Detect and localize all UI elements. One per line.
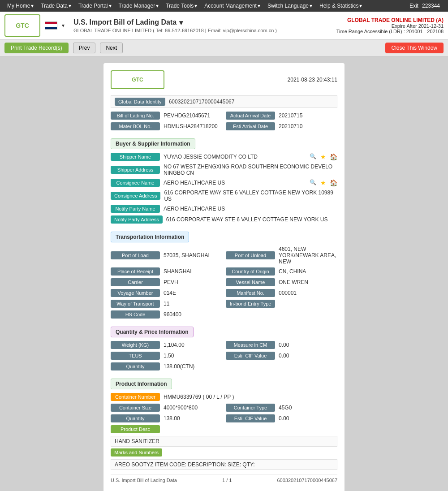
panel-header: GTC 2021-08-23 20:43:11 [111,70,337,89]
consignee-address-value: 616 CORPORATE WAY STE 6 VALLEY COTTAGE N… [164,190,337,202]
consignee-home-icon[interactable]: 🏠 [330,179,337,186]
esti-cif-label: Esti. CIF Value [226,352,275,360]
carrier-value: PEVH [164,279,222,285]
bol-no-value: PEVHDG21045671 [164,112,222,119]
receipt-origin-row: Place of Receipt SHANGHAI Country of Ori… [111,267,337,276]
master-bol-label: Mater BOL No. [111,122,160,130]
nav-exit[interactable]: Exit [406,0,422,12]
product-qty-cif-row: Quantity 138.00 Esti. CIF Value 0.00 [111,414,337,422]
bol-no-label: Bill of Lading No. [111,112,160,120]
quantity-price-section: Quantity & Price Information Weight (KG)… [111,321,337,370]
quantity-row: Quantity 138.00(CTN) [111,362,337,370]
measure-label: Measure in CM [226,341,275,349]
nav-account-management[interactable]: Account Management▾ [201,0,264,12]
header-right: GLOBAL TRADE ONLINE LIMITED (A) Expire A… [336,17,444,34]
port-unload-label: Port of Unload [226,251,275,259]
product-quantity-value: 138.00 [164,415,222,422]
global-data-identity-value: 6003202107170000445067 [169,99,333,105]
hs-code-label: HS Code [111,310,160,319]
actual-arrival-label: Actual Arrival Date [226,112,275,120]
carrier-label: Carrier [111,278,160,286]
port-load-value: 57035, SHANGHAI [164,252,222,258]
time-range: Time Range Accessible (LDR) : 201001 - 2… [336,29,444,34]
notify-party-address-label: Notify Party Address [111,215,163,224]
consignee-search-icon[interactable]: 🔍 [310,179,317,186]
global-data-identity-label: Global Data Identity [115,98,165,106]
measure-value: 0.00 [279,342,337,348]
top-navigation: My Home▾ Trade Data▾ Trade Portal▾ Trade… [0,0,448,12]
hs-code-row: HS Code 960400 [111,310,337,319]
hs-code-value: 960400 [164,311,337,318]
prev-button[interactable]: Prev [73,43,96,53]
transportation-header: Transportation Information [111,232,189,242]
close-window-button[interactable]: Close This Window [385,43,444,53]
notify-party-name-label: Notify Party Name [111,205,160,213]
company-name: GLOBAL TRADE ONLINE LIMITED (A) [336,17,444,23]
nav-trade-tools[interactable]: Trade Tools▾ [162,0,201,12]
way-inbond-row: Way of Transport 11 In-bond Entry Type [111,300,337,308]
shipper-search-icon[interactable]: 🔍 [310,153,317,160]
country-origin-label: Country of Origin [226,267,275,276]
shipper-star-icon[interactable]: ★ [320,153,326,160]
vessel-name-label: Vessel Name [226,278,275,286]
nav-trade-manager[interactable]: Trade Manager▾ [115,0,163,12]
shipper-address-label: Shipper Address [111,166,160,174]
header-subtitle: GLOBAL TRADE ONLINE LIMITED ( Tel: 86-51… [73,28,332,33]
country-origin-value: CN, CHINA [279,268,337,275]
product-info-header: Product Information [111,379,172,389]
product-info-section: Product Information Container Number HMM… [111,373,337,470]
container-type-label: Container Type [226,404,275,412]
nav-my-home[interactable]: My Home▾ [4,0,37,12]
carrier-vessel-row: Carrier PEVH Vessel Name ONE WREN [111,278,337,286]
port-unload-value: 4601, NEW YORK/NEWARK AREA, NEW [279,246,337,265]
product-quantity-label: Quantity [111,414,160,422]
container-size-value: 4000*900*800 [164,405,222,411]
expire-date: Expire After 2021-12-31 [336,23,444,29]
marks-numbers-label: Marks and Numbers [111,448,162,457]
notify-party-address-row: Notify Party Address 616 CORPORATE WAY S… [111,215,337,224]
consignee-name-value: AERO HEALTHCARE US [164,180,306,186]
container-size-label: Container Size [111,404,160,412]
next-button[interactable]: Next [100,43,123,53]
panel-logo: GTC [111,70,164,89]
page-header: GTC ▾ U.S. Import Bill of Lading Data ▾ … [0,12,448,40]
consignee-address-row: Consignee Address 616 CORPORATE WAY STE … [111,190,337,202]
us-flag-icon [45,22,57,30]
nav-switch-language[interactable]: Switch Language▾ [264,0,316,12]
product-esti-cif-value: 0.00 [279,415,337,422]
container-type-value: 45G0 [279,405,337,411]
quantity-value: 138.00(CTN) [164,363,337,370]
weight-value: 1,104.00 [164,342,222,348]
panel-datetime: 2021-08-23 20:43:11 [288,77,337,83]
weight-label: Weight (KG) [111,341,160,349]
vessel-name-value: ONE WREN [279,279,337,285]
product-desc-value: HAND SANITIZER [111,436,337,447]
record-id: 6003202107170000445067 [277,478,337,483]
product-esti-cif-label: Esti. CIF Value [226,414,275,422]
way-transport-value: 11 [164,301,222,307]
container-num-row: Container Number HMMU6339769 ( 00 / L / … [111,393,337,401]
top-toolbar: Print Trade Record(s) Prev Next Close Th… [0,40,448,56]
notify-party-name-row: Notify Party Name AERO HEALTHCARE US [111,205,337,213]
container-size-type-row: Container Size 4000*900*800 Container Ty… [111,404,337,412]
nav-trade-portal[interactable]: Trade Portal▾ [75,0,115,12]
container-num-value: HMMU6339769 ( 00 / L / PP ) [164,394,337,400]
header-middle: U.S. Import Bill of Lading Data ▾ GLOBAL… [69,18,332,33]
nav-trade-data[interactable]: Trade Data▾ [37,0,75,12]
bol-row: Bill of Lading No. PEVHDG21045671 Actual… [111,112,337,120]
shipper-address-row: Shipper Address NO 67 WEST ZHENGXING ROA… [111,164,337,176]
manifest-label: Manifest No. [226,289,275,297]
shipper-home-icon[interactable]: 🏠 [330,153,337,160]
nav-help-statistics[interactable]: Help & Statistics▾ [316,0,366,12]
print-button[interactable]: Print Trade Record(s) [4,43,69,53]
consignee-star-icon[interactable]: ★ [320,179,326,186]
way-transport-label: Way of Transport [111,300,160,308]
global-data-identity-row: Global Data Identity 6003202107170000445… [111,95,337,108]
master-bol-value: HDMUSHA284718200 [164,123,222,129]
shipper-name-value: YUYAO JESSIE COMMODITY CO LTD [164,154,306,160]
shipper-name-row: Shipper Name YUYAO JESSIE COMMODITY CO L… [111,153,337,161]
consignee-address-label: Consignee Address [111,192,160,200]
record-footer: U.S. Import Bill of Lading Data 1 / 1 60… [111,474,337,486]
container-num-label: Container Number [111,393,160,401]
product-desc-label: Product Desc [111,425,160,433]
